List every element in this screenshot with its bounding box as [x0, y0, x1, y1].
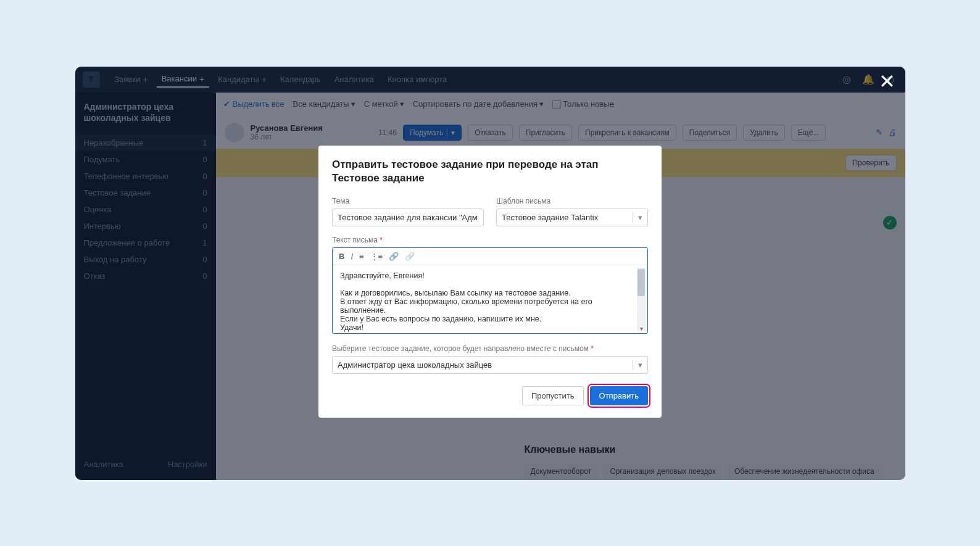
link-icon[interactable]: 🔗 [389, 252, 399, 261]
scrollbar-thumb[interactable] [637, 269, 645, 296]
editor-toolbar: B I ≡ ⋮≡ 🔗 🔗̸ [333, 248, 647, 265]
test-select-label: Выберите тестовое задание, которое будет… [332, 344, 594, 353]
list-ul-icon[interactable]: ⋮≡ [370, 252, 383, 261]
body-label: Текст письма * [332, 236, 383, 244]
template-select[interactable]: Тестовое задание Talantix▾ [496, 209, 648, 226]
bold-icon[interactable]: B [339, 252, 344, 261]
italic-icon[interactable]: I [351, 252, 353, 261]
app-frame: T Заявки+ Вакансии+ Кандидаты+ Календарь… [75, 67, 905, 480]
subject-input[interactable] [332, 209, 484, 226]
skip-button[interactable]: Пропустить [522, 386, 584, 405]
subject-label: Тема [332, 197, 484, 205]
scrollbar[interactable]: ▾ [637, 268, 646, 331]
unlink-icon[interactable]: 🔗̸ [405, 252, 415, 261]
chevron-down-icon: ▾ [633, 360, 642, 370]
send-button[interactable]: Отправить [590, 386, 648, 405]
test-select[interactable]: Администратор цеха шоколадных зайцев▾ [332, 356, 648, 374]
rich-editor[interactable]: B I ≡ ⋮≡ 🔗 🔗̸ Здравствуйте, Евгения! Как… [332, 247, 648, 334]
chevron-down-icon[interactable]: ▾ [637, 325, 646, 332]
chevron-down-icon: ▾ [633, 213, 642, 222]
close-icon[interactable]: ✕ [879, 72, 895, 91]
modal-title: Отправить тестовое задание при переводе … [332, 158, 648, 186]
list-ol-icon[interactable]: ≡ [359, 252, 364, 261]
editor-content[interactable]: Здравствуйте, Евгения! Как и договорилис… [333, 265, 647, 333]
send-test-modal: Отправить тестовое задание при переводе … [318, 146, 662, 418]
template-label: Шаблон письма [496, 197, 648, 205]
